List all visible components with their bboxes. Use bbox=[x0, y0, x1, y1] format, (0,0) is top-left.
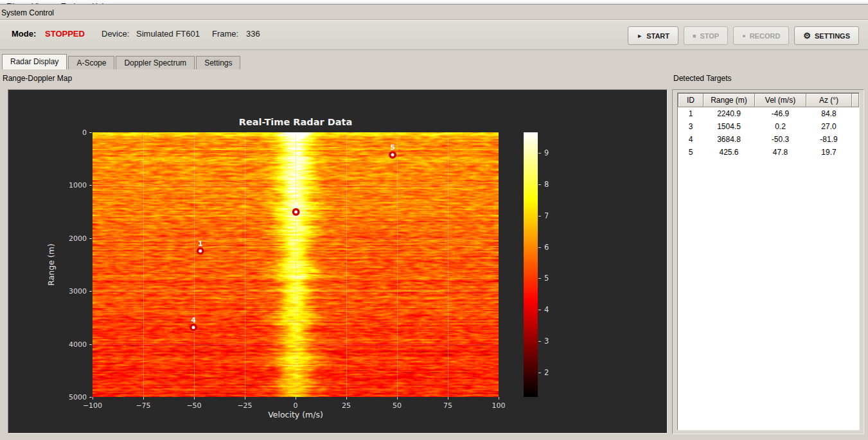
y-tick-mark bbox=[89, 291, 92, 292]
y-tick-label: 2000 bbox=[69, 234, 87, 242]
table-cell: -46.9 bbox=[755, 107, 806, 120]
table-cell: 2240.9 bbox=[704, 107, 755, 120]
app-window: FileViewToolsHelp System Control Mode: S… bbox=[0, 0, 868, 440]
tab-bar: Radar DisplayA-ScopeDoppler SpectrumSett… bbox=[2, 54, 242, 69]
settings-button[interactable]: ⚙SETTINGS bbox=[794, 26, 859, 45]
colorbar-tick-label: 6 bbox=[544, 243, 549, 252]
table-cell: 19.7 bbox=[806, 146, 852, 159]
tab-settings[interactable]: Settings bbox=[196, 56, 240, 69]
table-cell: 84.8 bbox=[806, 107, 852, 120]
detected-targets-panel: IDRange (m)Vel (m/s)Az (°) 12240.9-46.98… bbox=[672, 89, 864, 434]
x-tick-label: 25 bbox=[342, 401, 351, 410]
colorbar-tick-mark bbox=[538, 184, 541, 185]
device-value: Simulated FT601 bbox=[136, 29, 200, 39]
tab-radar-display[interactable]: Radar Display bbox=[2, 54, 67, 69]
y-tick-mark bbox=[89, 132, 92, 133]
menu-view[interactable]: View bbox=[25, 1, 55, 4]
stop-icon: ■ bbox=[693, 33, 696, 39]
tab-doppler-spectrum[interactable]: Doppler Spectrum bbox=[116, 56, 195, 69]
y-tick-label: 5000 bbox=[69, 393, 87, 401]
detected-targets-label: Detected Targets bbox=[673, 74, 732, 83]
menu-tools[interactable]: Tools bbox=[55, 1, 85, 4]
table-cell-filler bbox=[852, 120, 859, 133]
x-tick-label: −100 bbox=[83, 401, 102, 410]
table-cell: 1 bbox=[678, 107, 704, 120]
x-tick-mark bbox=[194, 397, 195, 400]
colorbar bbox=[524, 132, 538, 397]
table-row[interactable]: 5425.647.819.7 bbox=[678, 146, 859, 159]
colorbar-tick-mark bbox=[538, 153, 541, 154]
tab-a-scope[interactable]: A-Scope bbox=[68, 56, 114, 69]
colorbar-tick-mark bbox=[538, 310, 541, 310]
range-doppler-heatmap[interactable] bbox=[93, 132, 499, 397]
device-label: Device: bbox=[102, 29, 129, 39]
x-tick-label: 0 bbox=[294, 401, 298, 410]
range-doppler-plot-panel: Real-Time Radar Data Velocity (m/s) Rang… bbox=[8, 89, 668, 434]
y-tick-mark bbox=[89, 344, 92, 345]
column-header[interactable]: Range (m) bbox=[704, 94, 755, 107]
colorbar-tick-mark bbox=[538, 216, 541, 216]
column-header[interactable]: ID bbox=[678, 94, 704, 107]
x-tick-label: −50 bbox=[186, 401, 201, 410]
colorbar-tick-label: 7 bbox=[544, 211, 549, 220]
table-cell-filler bbox=[852, 133, 859, 146]
x-tick-mark bbox=[499, 397, 499, 400]
target-marker-1[interactable] bbox=[196, 247, 205, 256]
colorbar-tick-mark bbox=[538, 341, 541, 342]
start-button-label: START bbox=[646, 32, 669, 40]
x-tick-label: 75 bbox=[443, 401, 452, 410]
record-button-label: RECORD bbox=[750, 32, 781, 40]
table-cell: 27.0 bbox=[806, 120, 852, 133]
colorbar-tick-label: 5 bbox=[544, 274, 549, 283]
detected-targets-table[interactable]: IDRange (m)Vel (m/s)Az (°) 12240.9-46.98… bbox=[678, 93, 859, 159]
target-marker-3[interactable] bbox=[292, 207, 301, 216]
table-cell-filler bbox=[852, 107, 859, 120]
x-tick-mark bbox=[397, 397, 398, 400]
colorbar-tick-label: 8 bbox=[544, 180, 549, 189]
table-row[interactable]: 31504.50.227.0 bbox=[678, 120, 859, 133]
table-row[interactable]: 43684.8-50.3-81.9 bbox=[678, 133, 859, 146]
table-cell: 5 bbox=[678, 146, 704, 159]
start-button[interactable]: ►START bbox=[628, 26, 678, 45]
x-tick-label: −25 bbox=[237, 401, 252, 410]
y-axis-label: Range (m) bbox=[46, 243, 56, 286]
frame-label: Frame: bbox=[212, 29, 238, 39]
table-cell: 425.6 bbox=[704, 146, 755, 159]
x-tick-mark bbox=[93, 397, 93, 400]
target-marker-4[interactable] bbox=[189, 323, 198, 332]
x-tick-mark bbox=[448, 397, 448, 400]
table-cell: 3 bbox=[678, 120, 704, 133]
control-buttons: ►START■STOP●RECORD⚙SETTINGS bbox=[628, 26, 859, 45]
x-tick-label: −75 bbox=[136, 401, 150, 410]
column-header[interactable]: Vel (m/s) bbox=[755, 94, 806, 107]
play-icon: ► bbox=[637, 33, 642, 39]
colorbar-tick-label: 9 bbox=[544, 148, 549, 157]
x-tick-mark bbox=[245, 397, 245, 400]
stop-button: ■STOP bbox=[684, 26, 728, 45]
system-control-title: System Control bbox=[1, 8, 54, 17]
menu-help[interactable]: Help bbox=[85, 1, 114, 4]
table-cell: 3684.8 bbox=[704, 133, 755, 146]
colorbar-tick-mark bbox=[538, 247, 541, 248]
range-doppler-map-label: Range-Doppler Map bbox=[3, 74, 72, 83]
table-row[interactable]: 12240.9-46.984.8 bbox=[678, 107, 859, 120]
menu-file[interactable]: File bbox=[0, 1, 25, 4]
column-header[interactable]: Az (°) bbox=[806, 94, 852, 107]
table-cell: 0.2 bbox=[755, 120, 806, 133]
record-icon: ● bbox=[742, 33, 745, 39]
colorbar-tick-mark bbox=[538, 278, 541, 279]
y-tick-label: 1000 bbox=[69, 181, 87, 189]
y-tick-mark bbox=[89, 185, 92, 186]
y-tick-mark bbox=[89, 238, 92, 239]
gear-icon: ⚙ bbox=[803, 31, 811, 40]
table-cell: 47.8 bbox=[755, 146, 806, 159]
table-cell: 1504.5 bbox=[704, 120, 755, 133]
table-cell: 4 bbox=[678, 133, 704, 146]
table-cell: -81.9 bbox=[806, 133, 852, 146]
settings-button-label: SETTINGS bbox=[815, 32, 850, 40]
menu-bar: FileViewToolsHelp bbox=[0, 0, 868, 4]
y-tick-label: 3000 bbox=[69, 287, 87, 295]
x-tick-mark bbox=[296, 397, 296, 400]
target-marker-5[interactable] bbox=[388, 150, 397, 159]
table-cell-filler bbox=[852, 146, 859, 159]
